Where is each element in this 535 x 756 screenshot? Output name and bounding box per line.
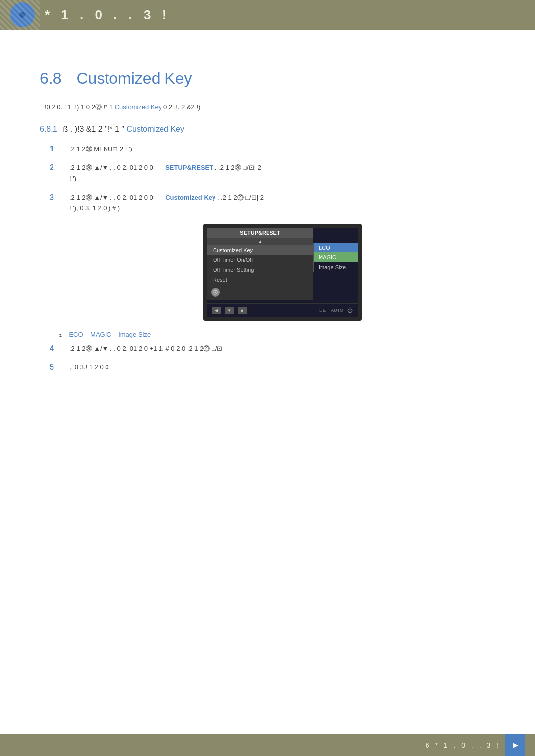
svg-point-0 <box>16 9 28 21</box>
osd-header: SETUP&RESET <box>207 228 313 238</box>
osd-item-off-timer-onoff[interactable]: Off Timer On/Off <box>207 255 313 265</box>
header-title: * 1 . 0 . . 3 ! <box>45 7 170 23</box>
step-4: 4 .2 1 2⑳ ▲/▼ . . 0 2. 01 2 0 +1 1. # 0 … <box>50 343 505 354</box>
step-3-text: .2 1 2⑳ ▲/▼ . . 0 2. 01 2 0 0 Customized… <box>69 192 264 214</box>
control-icon-3[interactable]: ■ <box>238 307 247 314</box>
osd-submenu: ECO MAGIC Image Size <box>313 243 358 272</box>
step-5-number: 5 <box>50 363 59 372</box>
step-5: 5 ,. 0 3.! 1 2 0 0 <box>50 362 505 373</box>
step-3: 3 .2 1 2⑳ ▲/▼ . . 0 2. 01 2 0 0 Customiz… <box>50 192 505 214</box>
osd-menu: SETUP&RESET ▲ Customized Key Off Timer O… <box>207 228 358 300</box>
step-1: 1 .2 1 2⑳ MENU⊡ 2 ! ') <box>50 144 505 154</box>
main-content: 6.8 Customized Key !0 2 0. ! 1 .!) 1 0 2… <box>0 30 535 420</box>
svg-point-2 <box>215 292 216 293</box>
osd-items: Customized Key Off Timer On/Off Off Time… <box>207 245 313 285</box>
osd-item-off-timer-setting[interactable]: Off Timer Setting <box>207 265 313 275</box>
step-2-text: .2 1 2⑳ ▲/▼ . . 0 2. 01 2 0 0 SETUP&RESE… <box>69 162 261 184</box>
osd-sub-eco[interactable]: ECO <box>314 243 358 252</box>
settings-icon <box>211 288 220 297</box>
control-icon-2[interactable]: ▼ <box>225 307 234 314</box>
step-5-text: ,. 0 3.! 1 2 0 0 <box>69 362 109 373</box>
diagram-caption: ₂ ECO MAGIC Image Size <box>59 331 505 338</box>
step-4-text: .2 1 2⑳ ▲/▼ . . 0 2. 01 2 0 +1 1. # 0 2 … <box>69 343 222 354</box>
section-description: !0 2 0. ! 1 .!) 1 0 2⑳ !* 1 Customized K… <box>40 102 505 113</box>
control-icons-left: ◀ ▼ ■ <box>212 307 247 314</box>
footer-text: 6 * 1 . 0 . . 3 ! <box>426 741 500 749</box>
subsection-number: 6.8.1 <box>40 125 57 134</box>
top-header-bar: * 1 . 0 . . 3 ! <box>0 0 535 30</box>
footer-accent: ▶ <box>505 734 525 756</box>
auto-label: ⊡⊡ <box>319 308 327 313</box>
step-2: 2 .2 1 2⑳ ▲/▼ . . 0 2. 01 2 0 0 SETUP&RE… <box>50 162 505 184</box>
diagram-container: SETUP&RESET ▲ Customized Key Off Timer O… <box>59 224 505 321</box>
auto-text: AUTO <box>331 308 343 313</box>
steps-container-2: 4 .2 1 2⑳ ▲/▼ . . 0 2. 01 2 0 +1 1. # 0 … <box>50 343 505 373</box>
subsection-heading: 6.8.1 ß . )!3 &1 2 "!* 1 " Customized Ke… <box>40 125 505 134</box>
step-3-number: 3 <box>50 193 59 202</box>
osd-sub-magic[interactable]: MAGIC <box>314 252 358 262</box>
section-number: 6.8 <box>40 69 61 88</box>
osd-item-reset[interactable]: Reset <box>207 275 313 285</box>
control-icon-1[interactable]: ◀ <box>212 307 221 314</box>
subsection-text: ß . )!3 &1 2 "!* 1 " Customized Key <box>63 125 184 134</box>
section-heading: 6.8 Customized Key <box>40 69 505 88</box>
step-1-number: 1 <box>50 145 59 153</box>
step-2-number: 2 <box>50 163 59 172</box>
monitor-mockup: SETUP&RESET ▲ Customized Key Off Timer O… <box>203 224 362 321</box>
footer-bar: 6 * 1 . 0 . . 3 ! ▶ <box>0 734 535 756</box>
power-icon[interactable]: ⏻ <box>347 307 353 313</box>
control-icons-right: ⊡⊡ AUTO ⏻ <box>319 307 353 313</box>
section-title: Customized Key <box>76 69 192 88</box>
steps-container: 1 .2 1 2⑳ MENU⊡ 2 ! ') 2 .2 1 2⑳ ▲/▼ . .… <box>50 144 505 214</box>
monitor-controls: ◀ ▼ ■ ⊡⊡ AUTO ⏻ <box>207 303 358 317</box>
osd-scroll-up: ▲ <box>207 238 313 245</box>
osd-sub-imagesize[interactable]: Image Size <box>314 262 358 272</box>
monitor-screen: SETUP&RESET ▲ Customized Key Off Timer O… <box>207 228 358 317</box>
step-1-text: .2 1 2⑳ MENU⊡ 2 ! ') <box>69 144 132 154</box>
osd-item-customized-key[interactable]: Customized Key <box>207 245 313 255</box>
logo <box>10 2 35 27</box>
step-4-number: 4 <box>50 344 59 353</box>
